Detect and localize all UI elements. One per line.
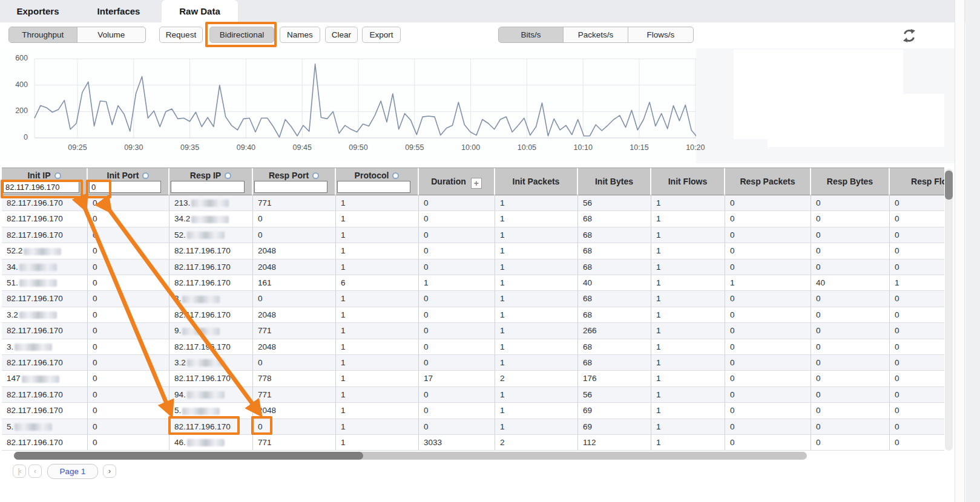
cell-init-port: 0 [88,307,169,323]
table-row[interactable]: 82.117.196.170094.771101561000 [2,387,944,403]
cell-resp-ip: 82.117.196.170 [169,419,253,435]
cell-resp-flows: 1 [890,275,944,291]
horizontal-scrollbar-thumb[interactable] [14,452,363,460]
cell-resp-ip: 9. [169,323,253,339]
column-header-resp-ip[interactable]: Resp IP [169,168,253,195]
redacted-ip-prefix: 34. [7,262,18,272]
filter-input-init-ip[interactable] [3,181,79,193]
cell-resp-packets: 0 [725,419,811,435]
request-button[interactable]: Request [159,27,203,43]
table-row[interactable]: 82.117.196.170046.7711303321121000 [2,435,944,451]
cell-init-port: 0 [88,371,169,386]
cell-protocol: 1 [336,227,419,243]
first-page-button[interactable]: |‹ [13,465,26,478]
table-row[interactable]: 82.117.196.17003.20101681000 [2,355,944,371]
table-row[interactable]: 82.117.196.1700213.771101561000 [2,195,944,211]
column-header-init-bytes[interactable]: Init Bytes [578,168,651,195]
redacted-ip-prefix: 213. [174,198,190,207]
table-row[interactable]: 82.117.196.170052.0101681000 [2,227,944,243]
column-label: Duration [431,177,466,186]
table-row[interactable]: 3.082.117.196.1702048101681000 [2,339,944,355]
export-button[interactable]: Export [362,27,401,43]
cell-init-ip: 3.2 [2,307,88,323]
table-row[interactable]: 52.2082.117.196.1702048101681000 [2,243,944,259]
table-row[interactable]: 34.082.117.196.1702048101681000 [2,259,944,275]
cell-resp-bytes: 0 [811,339,890,355]
cell-init-packets: 2 [495,371,578,386]
sort-radio-icon[interactable] [142,172,149,179]
column-header-init-packets[interactable]: Init Packets [495,168,578,195]
cell-duration: 0 [419,339,495,355]
column-header-protocol[interactable]: Protocol [336,168,419,195]
cell-init-ip: 82.117.196.170 [2,403,88,419]
vertical-scrollbar-track[interactable] [945,169,953,451]
table-row[interactable]: 147082.117.196.17077811721761000 [2,371,944,386]
bits-per-sec-button[interactable]: Bits/s [499,27,564,42]
table-row[interactable]: 51.082.117.196.1701616114011401 [2,275,944,291]
prev-page-button[interactable]: ‹ [28,465,42,478]
cell-resp-flows: 0 [890,371,944,386]
clear-button[interactable]: Clear [325,27,358,43]
column-header-init-ip[interactable]: Init IP [2,168,88,195]
cell-init-ip: 5. [2,419,88,435]
column-label: Init Flows [668,177,708,186]
sort-radio-icon[interactable] [54,172,61,179]
filter-input-protocol[interactable] [337,181,410,193]
cell-init-ip: 82.117.196.170 [2,355,88,371]
table-row[interactable]: 82.117.196.17005.2048101691000 [2,403,944,419]
x-tick-label: 09:25 [59,143,96,152]
column-header-resp-packets[interactable]: Resp Packets [725,168,811,195]
page-indicator[interactable]: Page 1 [47,464,98,479]
filter-input-resp-port[interactable] [254,181,327,193]
cell-duration: 3033 [419,435,495,451]
table-row[interactable]: 3.2082.117.196.1702048101681000 [2,307,944,323]
browser-scrollbar[interactable] [955,0,965,502]
column-header-duration[interactable]: Duration+ [419,168,495,195]
bidirectional-button[interactable]: Bidirectional [209,27,274,43]
packets-per-sec-button[interactable]: Packets/s [564,27,628,42]
filter-input-resp-ip[interactable] [171,181,245,193]
y-tick-label: 0 [0,133,28,142]
column-header-resp-bytes[interactable]: Resp Bytes [811,168,890,195]
table-row[interactable]: 82.117.196.170034.20101681000 [2,211,944,227]
cell-init-bytes: 56 [578,195,651,211]
filter-input-init-port[interactable] [89,181,161,193]
column-header-resp-port[interactable]: Resp Port [253,168,336,195]
cell-init-bytes: 68 [578,211,651,227]
duration-expand-button[interactable]: + [471,178,482,189]
table-row[interactable]: 82.117.196.17009.7711012661000 [2,323,944,339]
table-row[interactable]: 5.082.117.196.1700101691000 [2,419,944,435]
names-button[interactable]: Names [280,27,320,43]
cell-resp-port: 0 [253,355,336,371]
sort-radio-icon[interactable] [225,172,231,179]
cell-resp-flows: 0 [890,323,944,339]
cell-duration: 0 [419,419,495,435]
vertical-scrollbar-thumb[interactable] [945,171,953,200]
tab-interfaces[interactable]: Interfaces [91,0,146,22]
redacted-ip-smudge [187,439,225,446]
table-row[interactable]: 82.117.196.17003.0101681000 [2,291,944,307]
column-header-resp-flows[interactable]: Resp Flows [890,168,944,195]
cell-duration: 0 [419,259,495,275]
cell-init-port: 0 [88,291,169,307]
tab-raw-data[interactable]: Raw Data [162,0,238,22]
sort-radio-icon[interactable] [392,172,399,179]
redacted-ip-smudge [187,391,225,399]
volume-button[interactable]: Volume [77,27,146,42]
next-page-button[interactable]: › [103,465,116,478]
flows-per-sec-button[interactable]: Flows/s [628,27,693,42]
column-header-init-port[interactable]: Init Port [88,168,169,195]
cell-resp-bytes: 0 [811,259,890,275]
refresh-icon[interactable] [902,28,916,43]
cell-init-packets: 1 [495,355,578,371]
sort-radio-icon[interactable] [312,172,319,179]
cell-init-flows: 1 [651,227,725,243]
x-tick-label: 10:15 [621,143,657,152]
cell-init-ip: 82.117.196.170 [2,211,88,227]
tab-exporters[interactable]: Exporters [12,0,64,22]
throughput-button[interactable]: Throughput [9,27,77,42]
cell-resp-ip: 82.117.196.170 [169,259,253,275]
cell-resp-ip: 3. [169,291,253,307]
column-label: Resp IP [190,171,221,180]
column-header-init-flows[interactable]: Init Flows [651,168,725,195]
